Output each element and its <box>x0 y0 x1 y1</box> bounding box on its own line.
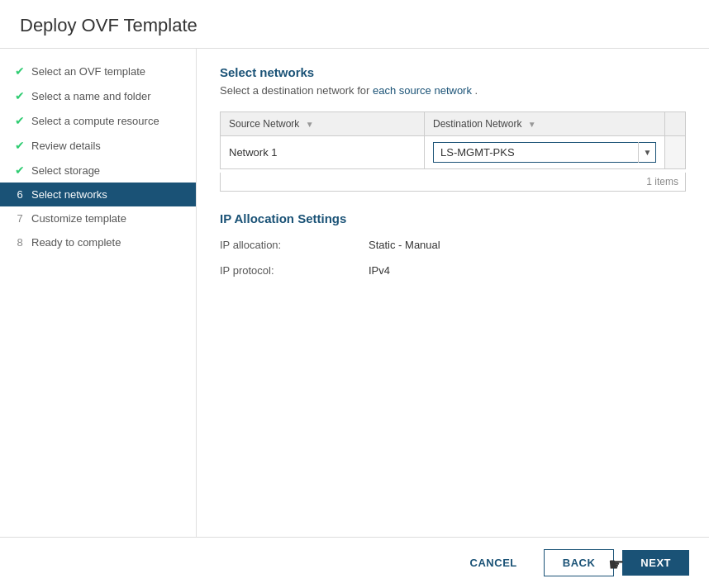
destination-select-wrapper: LS-MGMT-PKS ▼ <box>433 142 656 163</box>
sidebar-item-step3: ✔ Select a compute resource <box>0 108 196 133</box>
sidebar-item-label-step3: Select a compute resource <box>31 115 183 127</box>
subtitle-text-before: Select a destination network for <box>220 84 373 97</box>
source-filter-icon[interactable]: ▼ <box>306 120 314 129</box>
sidebar-item-label-step1: Select an OVF template <box>31 65 183 78</box>
subtitle-text-after: . <box>475 84 478 97</box>
check-icon-step3: ✔ <box>13 114 26 127</box>
cancel-button[interactable]: CANCEL <box>452 550 535 576</box>
ip-protocol-row: IP protocol: IPv4 <box>220 264 686 277</box>
section-title: Select networks <box>220 65 686 79</box>
ip-allocation-title: IP Allocation Settings <box>220 211 686 225</box>
network-table: Source Network ▼ Destination Network ▼ N… <box>220 111 686 169</box>
dialog-header: Deploy OVF Template <box>0 0 709 49</box>
check-icon-step4: ✔ <box>13 139 26 152</box>
deploy-ovf-dialog: Deploy OVF Template ✔ Select an OVF temp… <box>0 0 709 588</box>
dialog-body: ✔ Select an OVF template ✔ Select a name… <box>0 49 709 537</box>
check-icon-step5: ✔ <box>13 164 26 177</box>
sidebar-item-step1: ✔ Select an OVF template <box>0 59 196 83</box>
ip-protocol-value: IPv4 <box>369 264 390 277</box>
ip-allocation-value: Static - Manual <box>369 239 440 251</box>
step-num-step6: 6 <box>13 188 26 201</box>
main-content: Select networks Select a destination net… <box>197 49 709 537</box>
sidebar-item-step6[interactable]: 6 Select networks <box>0 183 196 206</box>
back-button[interactable]: BACK <box>544 549 615 576</box>
next-button[interactable]: NEXT <box>622 550 689 576</box>
next-button-wrapper: NEXT ☛ <box>622 550 689 576</box>
check-icon-step1: ✔ <box>13 64 26 78</box>
source-network-cell: Network 1 <box>221 136 425 169</box>
destination-filter-icon[interactable]: ▼ <box>528 120 536 129</box>
sidebar-item-step2: ✔ Select a name and folder <box>0 83 196 108</box>
scroll-col <box>665 136 686 169</box>
sidebar-item-label-step5: Select storage <box>31 164 183 177</box>
ip-protocol-label: IP protocol: <box>220 264 369 277</box>
step-num-step8: 8 <box>13 236 26 249</box>
step-num-step7: 7 <box>13 212 26 225</box>
section-subtitle: Select a destination network for each so… <box>220 84 686 97</box>
destination-network-select[interactable]: LS-MGMT-PKS <box>433 142 656 163</box>
col-source-network: Source Network ▼ <box>221 112 425 136</box>
sidebar-item-label-step2: Select a name and folder <box>31 90 183 102</box>
dialog-footer: CANCEL BACK NEXT ☛ <box>0 537 709 588</box>
sidebar-item-label-step7: Customize template <box>31 212 183 225</box>
scroll-header <box>665 112 686 136</box>
items-count: 1 items <box>220 173 686 192</box>
sidebar-item-step7: 7 Customize template <box>0 206 196 230</box>
subtitle-link[interactable]: each source network <box>373 84 472 97</box>
sidebar-item-label-step4: Review details <box>31 140 183 152</box>
ip-allocation-label: IP allocation: <box>220 239 369 251</box>
dialog-title: Deploy OVF Template <box>20 15 689 36</box>
sidebar-item-label-step6: Select networks <box>31 188 183 201</box>
sidebar: ✔ Select an OVF template ✔ Select a name… <box>0 49 197 537</box>
check-icon-step2: ✔ <box>13 89 26 102</box>
table-row: Network 1 LS-MGMT-PKS ▼ <box>221 136 686 169</box>
sidebar-item-step4: ✔ Review details <box>0 133 196 158</box>
sidebar-item-label-step8: Ready to complete <box>31 236 183 249</box>
destination-network-cell: LS-MGMT-PKS ▼ <box>425 136 665 169</box>
sidebar-item-step8: 8 Ready to complete <box>0 230 196 254</box>
ip-allocation-row: IP allocation: Static - Manual <box>220 239 686 251</box>
col-destination-network: Destination Network ▼ <box>425 112 665 136</box>
sidebar-item-step5: ✔ Select storage <box>0 158 196 183</box>
